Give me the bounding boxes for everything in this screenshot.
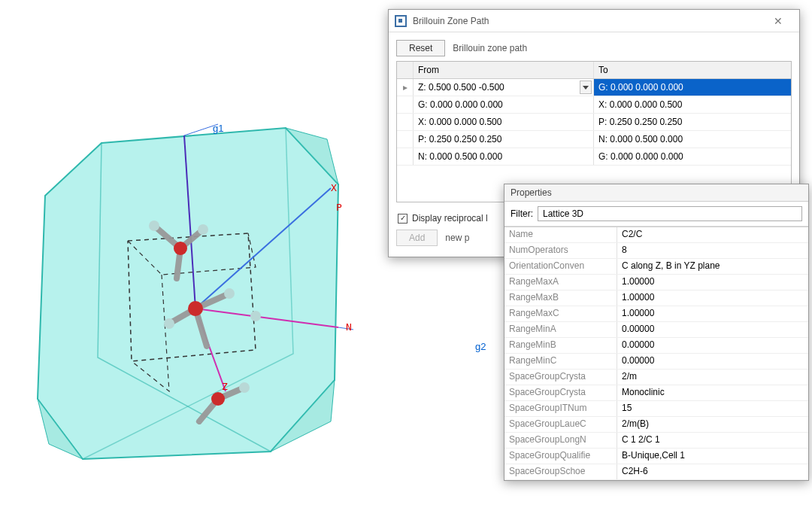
display-reciprocal-label: Display reciprocal l — [412, 213, 488, 224]
cell-to[interactable]: G: 0.000 0.000 0.000 — [594, 148, 791, 165]
property-value[interactable]: 15 — [617, 401, 808, 416]
property-value[interactable]: 8 — [617, 243, 808, 258]
filter-input[interactable] — [538, 206, 802, 221]
panel-properties-title[interactable]: Properties — [504, 184, 808, 202]
path-row[interactable]: P: 0.250 0.250 0.250N: 0.000 0.500 0.000 — [397, 131, 791, 148]
property-row[interactable]: SpaceGroupCrystaMonoclinic — [504, 385, 808, 401]
svg-point-24 — [164, 318, 174, 329]
cell-to[interactable]: G: 0.000 0.000 0.000 — [594, 79, 791, 96]
property-row[interactable]: OrientationConvenC along Z, B in YZ plan… — [504, 259, 808, 275]
property-row[interactable]: RangeMinC0.00000 — [504, 354, 808, 370]
property-value[interactable]: 2/m(B) — [617, 417, 808, 432]
new-label: new p — [445, 233, 469, 243]
property-value[interactable]: C2H-6 — [617, 464, 808, 479]
property-value[interactable]: Monoclinic — [617, 385, 808, 400]
cell-to[interactable]: N: 0.000 0.500 0.000 — [594, 131, 791, 148]
axis-label-g2: g2 — [475, 341, 486, 352]
svg-point-18 — [174, 242, 187, 255]
property-key: NumOperators — [504, 243, 617, 258]
svg-line-14 — [169, 309, 195, 324]
display-reciprocal-checkbox[interactable]: ✓ — [398, 214, 408, 224]
svg-line-10 — [154, 226, 180, 248]
property-value[interactable]: 0.00000 — [617, 338, 808, 353]
titlebar[interactable]: Brillouin Zone Path ✕ — [389, 10, 799, 32]
property-value[interactable]: 1.00000 — [617, 290, 808, 306]
cell-from[interactable]: P: 0.250 0.250 0.250 — [414, 131, 594, 148]
row-marker — [397, 96, 414, 113]
property-value[interactable]: C along Z, B in YZ plane — [617, 259, 808, 274]
svg-line-5 — [195, 188, 331, 309]
row-marker — [397, 148, 414, 165]
svg-line-11 — [180, 230, 203, 248]
svg-marker-2 — [38, 399, 83, 459]
path-row[interactable]: N: 0.000 0.500 0.000G: 0.000 0.000 0.000 — [397, 148, 791, 166]
property-row[interactable]: RangeMaxA1.00000 — [504, 275, 808, 290]
property-row[interactable]: RangeMaxC1.00000 — [504, 306, 808, 322]
path-row[interactable]: X: 0.000 0.000 0.500P: 0.250 0.250 0.250 — [397, 114, 791, 131]
path-grid[interactable]: From To ▸Z: 0.500 0.500 -0.500G: 0.000 0… — [396, 61, 792, 202]
add-button[interactable]: Add — [396, 230, 438, 246]
dialog-title: Brillouin Zone Path — [413, 16, 763, 26]
path-row[interactable]: G: 0.000 0.000 0.000X: 0.000 0.000 0.500 — [397, 96, 791, 114]
cell-to[interactable]: P: 0.250 0.250 0.250 — [594, 114, 791, 130]
property-row[interactable]: SpaceGroupSchoeC2H-6 — [504, 464, 808, 480]
property-value[interactable]: B-Unique,Cell 1 — [617, 449, 808, 464]
panel-properties: Properties Filter: NameC2/CNumOperators8… — [504, 184, 809, 481]
property-key: RangeMaxB — [504, 290, 617, 306]
cell-from[interactable]: N: 0.000 0.500 0.000 — [414, 148, 594, 165]
cell-from[interactable]: Z: 0.500 0.500 -0.500 — [414, 79, 594, 96]
property-value[interactable]: 1.00000 — [617, 275, 808, 290]
property-grid[interactable]: NameC2/CNumOperators8OrientationConvenC … — [504, 227, 808, 480]
property-row[interactable]: SpaceGroupITNum15 — [504, 401, 808, 417]
property-key: SpaceGroupITNum — [504, 401, 617, 416]
property-key: RangeMinA — [504, 322, 617, 337]
svg-point-25 — [250, 311, 261, 321]
cell-from[interactable]: X: 0.000 0.000 0.500 — [414, 114, 594, 130]
property-row[interactable]: SpaceGroupQualifieB-Unique,Cell 1 — [504, 449, 808, 464]
svg-point-26 — [239, 382, 250, 393]
svg-line-4 — [184, 135, 195, 309]
property-row[interactable]: RangeMaxB1.00000 — [504, 290, 808, 306]
cell-from[interactable]: G: 0.000 0.000 0.000 — [414, 96, 594, 113]
property-row[interactable]: NumOperators8 — [504, 243, 808, 259]
row-marker: ▸ — [397, 79, 414, 96]
property-key: RangeMinB — [504, 338, 617, 353]
path-row[interactable]: ▸Z: 0.500 0.500 -0.500G: 0.000 0.000 0.0… — [397, 79, 791, 96]
property-key: RangeMaxC — [504, 306, 617, 321]
reset-button[interactable]: Reset — [396, 40, 445, 56]
property-value[interactable]: 0.00000 — [617, 322, 808, 337]
svg-point-19 — [188, 301, 203, 316]
property-key: SpaceGroupSchoe — [504, 464, 617, 479]
property-row[interactable]: SpaceGroupLaueC2/m(B) — [504, 417, 808, 433]
svg-line-7 — [195, 309, 226, 391]
property-key: SpaceGroupQualifie — [504, 449, 617, 464]
property-row[interactable]: NameC2/C — [504, 227, 808, 243]
property-row[interactable]: RangeMinA0.00000 — [504, 322, 808, 338]
chevron-down-icon[interactable] — [580, 81, 592, 94]
property-row[interactable]: SpaceGroupCrysta2/m — [504, 370, 808, 385]
cell-to[interactable]: X: 0.000 0.000 0.500 — [594, 96, 791, 113]
brillouin-zone-shape — [30, 98, 353, 474]
property-key: SpaceGroupCrysta — [504, 370, 617, 385]
property-value[interactable]: 1.00000 — [617, 306, 808, 321]
property-value[interactable]: 0.00000 — [617, 354, 808, 369]
property-value[interactable]: C2/C — [617, 227, 808, 242]
grid-header-to[interactable]: To — [594, 62, 791, 78]
property-row[interactable]: RangeMinB0.00000 — [504, 338, 808, 354]
svg-marker-1 — [286, 128, 338, 184]
property-row[interactable]: SpaceGroupLongNC 1 2/C 1 — [504, 433, 808, 449]
svg-marker-0 — [38, 128, 338, 459]
bz-point-z: Z — [222, 381, 228, 392]
axis-label-g1: g1 — [213, 123, 223, 134]
viewport-3d[interactable]: g1 g2 X P N Z — [0, 0, 391, 514]
grid-header-from[interactable]: From — [414, 62, 594, 78]
property-key: SpaceGroupLaueC — [504, 417, 617, 432]
close-icon[interactable]: ✕ — [763, 15, 793, 27]
grid-header-marker — [397, 62, 414, 78]
svg-point-21 — [149, 221, 159, 231]
top-label: Brillouin zone path — [453, 43, 527, 53]
property-value[interactable]: C 1 2/C 1 — [617, 433, 808, 448]
property-value[interactable]: 2/m — [617, 370, 808, 385]
filter-label: Filter: — [511, 208, 533, 219]
property-key: Name — [504, 227, 617, 242]
